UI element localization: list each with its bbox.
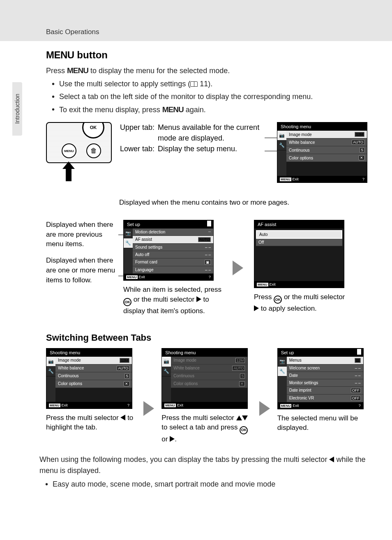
triangle-right-icon xyxy=(170,436,175,442)
header-section-title: Basic Operations xyxy=(46,28,99,36)
wrench-tab-icon: 🔧 xyxy=(124,238,133,248)
triangle-right-icon xyxy=(254,305,259,311)
lower-tab-label: Lower tab: xyxy=(120,143,158,154)
wrench-tab-icon: 🔧 xyxy=(278,367,287,376)
closing-paragraph: When using the following modes, you can … xyxy=(39,454,367,476)
camera-tab-icon: 📷 xyxy=(46,357,55,367)
tab-description: Upper tab: Menus available for the curre… xyxy=(120,122,269,154)
row-2: Displayed when there are more previous m… xyxy=(46,220,367,316)
triangle-up-icon xyxy=(236,415,242,420)
bullet-3: To exit the menu display, press MENU aga… xyxy=(52,104,367,116)
camera-tab-icon: 📷 xyxy=(162,357,171,367)
arrow-right-icon xyxy=(259,401,270,416)
camera-illustration: OK MENU 🗑 xyxy=(46,122,112,180)
lcd-switch-2: Shooting menu 📷🔧 Image mode12M White bal… xyxy=(161,348,248,409)
intro-text: Press MENU to display the menu for the s… xyxy=(46,65,367,115)
intro-paragraph: Press MENU to display the menu for the s… xyxy=(46,65,367,77)
book-icon xyxy=(190,81,198,87)
arrow-right-icon xyxy=(143,401,154,416)
menu-glyph: MENU xyxy=(46,49,74,60)
callout-line xyxy=(265,138,277,138)
header-bar: Basic Operations xyxy=(0,0,392,41)
heading-switching-tabs: Switching Between Tabs xyxy=(46,332,367,343)
heading-suffix: button xyxy=(74,49,108,60)
menu-button-illust: MENU xyxy=(62,143,76,158)
caption-s1: Press the multi selector to highlight th… xyxy=(46,413,136,433)
triangle-left-icon xyxy=(120,415,125,420)
camera-tab-icon: 📷 xyxy=(124,228,133,238)
lcd-af-assist: AF assist Auto Off MENUExit xyxy=(254,220,344,288)
bullet-2: Select a tab on the left side of the mon… xyxy=(52,91,367,102)
closing-bullet: Easy auto mode, scene mode, smart portra… xyxy=(45,479,367,490)
lcd-title: Shooting menu xyxy=(277,122,367,131)
triangle-left-icon xyxy=(329,457,334,462)
caption-mid-right: Press OK or the multi selector to apply … xyxy=(254,292,348,314)
scroll-indicator-icon xyxy=(207,220,212,227)
wrench-tab-icon: 🔧 xyxy=(162,367,171,376)
page-content: MENU button Press MENU to display the me… xyxy=(0,41,392,500)
lcd-shooting-menu: Shooting menu 📷 🔧 Image mode12M White ba… xyxy=(277,122,367,183)
lcd-title: Set up xyxy=(124,220,213,228)
heading-menu-button: MENU button xyxy=(46,49,367,61)
arrow-up-icon xyxy=(62,162,75,181)
row-1: OK MENU 🗑 Upper tab: Menus available for… xyxy=(46,122,367,183)
caption-s2: Press the multi selector to select a tab… xyxy=(161,413,251,444)
lcd-setup-menu: Set up 📷 🔧 Motion detection AF assistAUT… xyxy=(123,220,214,281)
camera-tab-icon: 📷 xyxy=(278,357,287,367)
lower-tab-text: Display the setup menu. xyxy=(158,143,237,154)
wrench-tab-icon: 🔧 xyxy=(46,367,55,376)
note-previous-items: Displayed when there are more previous m… xyxy=(46,220,116,249)
triangle-right-icon xyxy=(196,296,201,302)
help-icon: ? xyxy=(209,275,211,279)
triangle-down-icon xyxy=(242,415,248,420)
lcd-title: AF assist xyxy=(254,220,344,228)
ok-button-illust: OK xyxy=(82,122,104,138)
help-icon: ? xyxy=(362,177,364,181)
lcd-switch-3: Set up 📷🔧 Menus▤ Welcome screen– – Date–… xyxy=(277,348,364,409)
upper-tab-label: Upper tab: xyxy=(120,122,158,143)
lcd-switch-1: Shooting menu 📷🔧 Image mode12M White bal… xyxy=(46,348,132,409)
trash-button-illust: 🗑 xyxy=(86,143,101,158)
camera-tab-icon: 📷 xyxy=(277,131,286,141)
row-3: Shooting menu 📷🔧 Image mode12M White bal… xyxy=(46,348,367,444)
caption-s3: The selected menu will be displayed. xyxy=(277,413,367,433)
scroll-indicator-icon xyxy=(357,348,362,355)
row2-pre-caption: Displayed when the menu contains two or … xyxy=(119,198,367,208)
lcd-sidebar: 📷 🔧 xyxy=(277,131,286,176)
arrow-right-icon xyxy=(233,261,243,275)
wrench-tab-icon: 🔧 xyxy=(277,141,286,150)
top-bullets: Use the multi selector to apply settings… xyxy=(52,78,367,116)
ok-icon: OK xyxy=(274,295,282,304)
upper-tab-text: Menus available for the current mode are… xyxy=(158,122,269,143)
lcd-rows: Image mode12M White balanceAUTO Continuo… xyxy=(286,131,367,176)
ok-icon: OK xyxy=(123,298,131,306)
caption-mid-left: While an item is selected, press OK or t… xyxy=(123,285,222,316)
bullet-1: Use the multi selector to apply settings… xyxy=(52,78,367,90)
note-following-items: Displayed when there are one or more men… xyxy=(46,256,116,285)
callout-line xyxy=(265,151,277,151)
ok-icon: OK xyxy=(240,426,248,434)
